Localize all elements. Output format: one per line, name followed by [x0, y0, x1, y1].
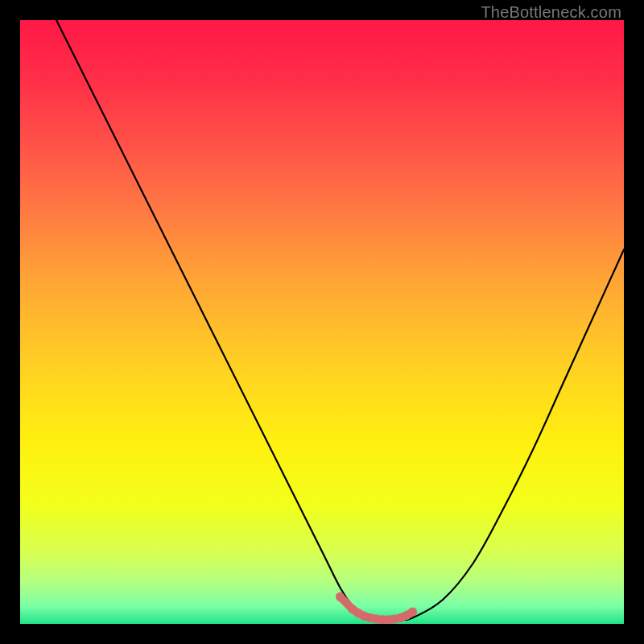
plot-area — [20, 20, 624, 624]
watermark-text: TheBottleneck.com — [481, 3, 621, 22]
highlight-dot — [408, 608, 417, 617]
bottleneck-curve — [56, 20, 624, 620]
chart-curve — [20, 20, 624, 624]
highlight-dot — [336, 592, 345, 601]
highlight-dots — [336, 592, 417, 624]
